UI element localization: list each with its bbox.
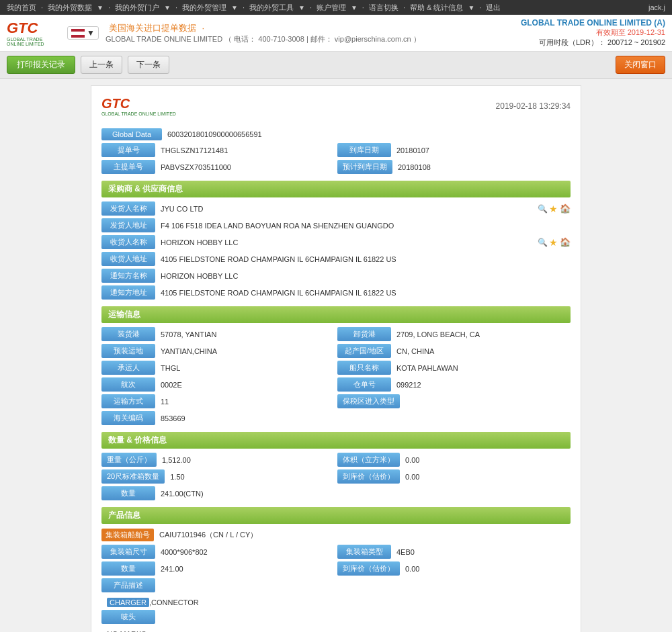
time-range-info: 可用时段（LDR）： 200712 ~ 201902: [521, 38, 665, 48]
nav-trade-mgmt[interactable]: 我的外贸管理: [182, 3, 226, 13]
header-title-section: 美国海关进口提单数据 · GLOBAL TRADE ONLINE LIMITED…: [106, 22, 421, 44]
nav-home[interactable]: 我的首页: [7, 3, 36, 13]
consignee-name-label: 收货人名称: [101, 235, 155, 249]
bill-count-value: 099212: [391, 379, 571, 391]
quantity-value: 241.00(CTN): [155, 488, 571, 500]
product-price-field: 到库价（估价） 0.00: [337, 561, 571, 576]
logo-gtc-text: GTC: [7, 19, 60, 37]
user-name[interactable]: jack.j: [648, 3, 665, 11]
weight-label: 重量（公斤）: [101, 453, 157, 467]
master-bill-row: 主提单号 PABVSZX703511000 预计到库日期 20180108: [101, 160, 571, 174]
weight-value: 1,512.00: [157, 454, 335, 466]
origin-field: 起产国/地区 CN, CHINA: [337, 344, 571, 358]
global-data-value: 60032018010900000656591: [162, 128, 571, 140]
close-button[interactable]: 关闭窗口: [616, 56, 665, 74]
container-size-field: 集装箱尺寸 4000*906*802: [101, 545, 335, 559]
quantity-row: 数量 241.00(CTN): [101, 486, 571, 500]
container-no-row: 集装箱船舶号 CAIU7101946（CN / L / CY）: [101, 528, 571, 542]
bill-count-label: 仓单号: [337, 377, 391, 392]
volume-value: 0.00: [400, 454, 571, 466]
unloading-port-label: 卸货港: [337, 327, 391, 341]
us-flag-icon: [71, 29, 85, 38]
basic-info-section: Global Data 60032018010900000656591 提单号 …: [101, 128, 571, 174]
carrier-field: 承运人 THGL: [101, 361, 335, 375]
marks-row: 唛头: [101, 610, 571, 624]
nav-trade-portal[interactable]: 我的外贸门户: [115, 3, 159, 13]
card-logo: GTC GLOBAL TRADE ONLINE LIMITED: [101, 96, 176, 116]
document-card: GTC GLOBAL TRADE ONLINE LIMITED 2019-02-…: [91, 85, 581, 632]
marks-value: NO MARKS: [101, 627, 571, 632]
transport-mode-label: 运输方式: [101, 394, 155, 408]
consignee-name-value: HORIZON HOBBY LLC: [155, 236, 534, 249]
consignee-home-icon[interactable]: 🏠: [560, 237, 571, 247]
container-type-value: 4EB0: [391, 546, 571, 558]
bill-count-field: 仓单号 099212: [337, 377, 571, 392]
top-navigation: 我的首页 · 我的外贸数据 ▼ · 我的外贸门户 ▼ · 我的外贸管理 ▼ · …: [0, 0, 672, 15]
ftz-label: 保税区进入类型: [337, 394, 400, 408]
shipper-addr-row: 发货人地址 F4 106 F518 IDEA LAND BAOYUAN ROA …: [101, 218, 571, 232]
carrier-vessel-row: 承运人 THGL 船只名称 KOTA PAHLAWAN: [101, 361, 571, 375]
nav-trade-tools[interactable]: 我的外贸工具: [249, 3, 294, 13]
global-data-label: Global Data: [101, 128, 162, 140]
card-logo-sub: GLOBAL TRADE ONLINE LIMITED: [101, 111, 176, 116]
origin-value: CN, CHINA: [391, 345, 571, 357]
volume-field: 体积（立方米） 0.00: [337, 453, 571, 467]
loading-place-label: 预装运地: [101, 344, 155, 358]
product-section: 产品信息 集装箱船舶号 CAIU7101946（CN / L / CY） 集装箱…: [101, 507, 571, 632]
consignee-star-icon[interactable]: ★: [549, 237, 558, 248]
nav-trade-data[interactable]: 我的外贸数据: [48, 3, 92, 13]
quantity-price-section: 数量 & 价格信息 重量（公斤） 1,512.00 体积（立方米） 0.00 2…: [101, 432, 571, 500]
loading-place-value: YANTIAN,CHINA: [155, 345, 335, 357]
place-origin-row: 预装运地 YANTIAN,CHINA 起产国/地区 CN, CHINA: [101, 344, 571, 358]
nav-trade-mgmt-arrow: ▼: [231, 4, 238, 11]
nav-logout[interactable]: 退出: [486, 3, 501, 13]
customs-code-row: 海关编码 853669: [101, 411, 571, 425]
next-button[interactable]: 下一条: [128, 56, 169, 74]
notify-name-label: 通知方名称: [101, 269, 155, 283]
nav-account[interactable]: 账户管理: [317, 3, 346, 13]
description-box: CHARGER,CONNECTOR: [101, 595, 571, 610]
product-quantity-label: 数量: [101, 561, 155, 576]
transport-ftz-row: 运输方式 11 保税区进入类型: [101, 394, 571, 408]
nav-help-arrow: ▼: [468, 4, 474, 11]
origin-label: 起产国/地区: [337, 344, 391, 358]
customs-code-value: 853669: [155, 412, 571, 424]
nav-trade-data-arrow: ▼: [97, 4, 103, 11]
desc-title-row: 产品描述: [101, 578, 571, 592]
loading-port-value: 57078, YANTIAN: [155, 328, 335, 341]
bill-no-value: THGLSZN17121481: [155, 144, 335, 156]
transport-mode-value: 11: [155, 396, 335, 408]
unloading-port-field: 卸货港 2709, LONG BEACH, CA: [337, 327, 571, 341]
star-icon[interactable]: ★: [549, 204, 558, 214]
container-size-value: 4000*906*802: [155, 546, 335, 558]
voyage-label: 航次: [101, 377, 155, 392]
search-icon[interactable]: 🔍: [538, 204, 547, 214]
loading-port-field: 装货港 57078, YANTIAN: [101, 327, 335, 341]
print-button[interactable]: 打印报关记录: [7, 56, 75, 74]
shipper-icons: 🔍 ★ 🏠: [538, 204, 571, 214]
container-price-row: 20尺标准箱数量 1.50 到库价（估价） 0.00: [101, 469, 571, 484]
consignee-search-icon[interactable]: 🔍: [538, 238, 547, 247]
flag-arrow: ▼: [87, 28, 95, 38]
prev-button[interactable]: 上一条: [81, 56, 122, 74]
validity-info: 有效期至 2019-12-31: [521, 28, 665, 38]
home-icon[interactable]: 🏠: [560, 204, 571, 214]
container20-field: 20尺标准箱数量 1.50: [101, 469, 335, 484]
arrival-date-field: 到库日期 20180107: [337, 143, 571, 157]
loading-place-field: 预装运地 YANTIAN,CHINA: [101, 344, 335, 358]
nav-language[interactable]: 语言切换: [369, 3, 398, 13]
language-selector[interactable]: ▼: [67, 26, 99, 40]
consignee-name-row: 收货人名称 HORIZON HOBBY LLC 🔍 ★ 🏠: [101, 235, 571, 249]
main-content: GTC GLOBAL TRADE ONLINE LIMITED 2019-02-…: [0, 79, 672, 632]
shipper-name-value: JYU CO LTD: [155, 203, 534, 215]
header-left-section: GTC GLOBAL TRADE ONLINE LIMITED ▼ 美国海关进口…: [7, 19, 421, 46]
master-bill-field: 主提单号 PABVSZX703511000: [101, 160, 335, 174]
nav-help[interactable]: 帮助 & 统计信息: [410, 3, 463, 13]
transport-section: 运输信息 装货港 57078, YANTIAN 卸货港 2709, LONG B…: [101, 306, 571, 425]
consignee-addr-row: 收货人地址 4105 FIELDSTONE ROAD CHAMPAIGN IL …: [101, 252, 571, 266]
consignee-icons: 🔍 ★ 🏠: [538, 237, 571, 248]
transport-mode-field: 运输方式 11: [101, 394, 335, 408]
quantity-label: 数量: [101, 486, 155, 500]
weight-volume-row: 重量（公斤） 1,512.00 体积（立方米） 0.00: [101, 453, 571, 467]
container-size-label: 集装箱尺寸: [101, 545, 155, 559]
